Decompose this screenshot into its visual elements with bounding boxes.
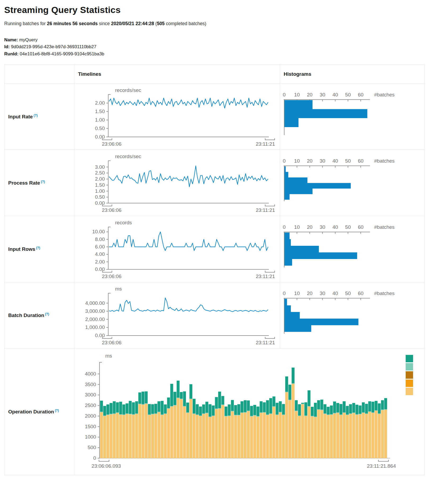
query-name-line: Name: myQuery Id: 9d0dd219-995d-423e-b97… <box>4 37 448 57</box>
svg-text:10: 10 <box>294 158 300 164</box>
operation-chart-cell: ms4000350030002500200015001000500023:06:… <box>74 349 425 475</box>
operation-label-cell: Operation Duration(?) <box>4 349 74 475</box>
timeline-cell: records10.008.006.004.002.000.0023:06:06… <box>74 216 280 282</box>
completed-batches-count: 505 <box>157 21 165 26</box>
svg-text:50: 50 <box>345 92 351 97</box>
svg-text:500: 500 <box>88 445 96 450</box>
svg-text:20: 20 <box>307 158 313 164</box>
running-batches-line: Running batches for 26 minutes 56 second… <box>4 21 448 26</box>
svg-text:records: records <box>115 220 132 225</box>
histogram-chart: 0102030405060#batches <box>280 288 423 343</box>
svg-text:8.00: 8.00 <box>95 236 105 242</box>
light-teal-swatch <box>406 363 413 371</box>
svg-text:23:11:21: 23:11:21 <box>256 340 275 345</box>
svg-text:0: 0 <box>283 92 286 97</box>
svg-text:23:11:21.864: 23:11:21.864 <box>367 463 396 469</box>
metric-label: Input Rows <box>8 246 35 252</box>
metric-label-cell: Input Rows(?) <box>4 216 74 282</box>
svg-text:30: 30 <box>320 92 325 97</box>
metric-label: Input Rate <box>8 114 33 119</box>
svg-text:10: 10 <box>294 291 300 296</box>
svg-text:2.00: 2.00 <box>95 100 105 106</box>
svg-text:0.00: 0.00 <box>95 200 105 206</box>
query-name-value: myQuery <box>19 37 38 42</box>
svg-text:1.00: 1.00 <box>95 117 105 123</box>
page-title: Streaming Query Statistics <box>4 5 448 15</box>
svg-text:10: 10 <box>294 224 300 230</box>
svg-text:3.00: 3.00 <box>95 164 105 169</box>
help-tooltip-icon[interactable]: (?) <box>45 312 49 316</box>
svg-text:23:11:21: 23:11:21 <box>256 274 275 279</box>
timeline-chart: ms4,000.003,000.002,000.001,000.000.0023… <box>74 284 275 347</box>
metric-row-input-rate: Input Rate(?) records/sec2.001.501.000.5… <box>4 84 425 150</box>
svg-text:2.00: 2.00 <box>95 259 105 264</box>
timeline-chart: records10.008.006.004.002.000.0023:06:06… <box>74 217 275 281</box>
svg-text:#batches: #batches <box>374 291 395 296</box>
svg-text:40: 40 <box>332 158 338 164</box>
help-tooltip-icon[interactable]: (?) <box>41 180 45 184</box>
query-name-label: Name: <box>4 37 18 42</box>
operation-duration-row: Operation Duration(?) ms4000350030002500… <box>4 349 425 475</box>
metric-label: Batch Duration <box>8 313 44 318</box>
svg-text:20: 20 <box>307 291 313 296</box>
histogram-chart: 0102030405060#batches <box>280 89 423 145</box>
svg-text:4,000.00: 4,000.00 <box>85 300 105 306</box>
help-tooltip-icon[interactable]: (?) <box>36 246 40 250</box>
svg-text:30: 30 <box>320 291 325 296</box>
svg-text:23:06:06: 23:06:06 <box>102 141 121 147</box>
metric-row-input-rows: Input Rows(?) records10.008.006.004.002.… <box>4 216 425 282</box>
svg-text:23:11:21: 23:11:21 <box>256 141 275 147</box>
svg-text:0.50: 0.50 <box>95 194 105 200</box>
svg-text:0: 0 <box>283 291 286 296</box>
svg-text:60: 60 <box>358 158 364 164</box>
svg-text:6.00: 6.00 <box>95 244 105 249</box>
histograms-header: Histograms <box>280 65 425 84</box>
svg-text:1.50: 1.50 <box>95 182 105 188</box>
svg-text:2.00: 2.00 <box>95 176 105 182</box>
query-id-label: Id: <box>4 44 10 49</box>
running-suffix: completed batches) <box>165 21 206 26</box>
svg-text:2.50: 2.50 <box>95 170 105 176</box>
timeline-chart: records/sec3.002.502.001.501.000.500.002… <box>74 151 275 215</box>
tan-swatch <box>406 388 413 395</box>
svg-text:1,000.00: 1,000.00 <box>85 324 105 330</box>
svg-text:0: 0 <box>283 224 286 230</box>
query-runid-label: RunId: <box>4 51 19 56</box>
dark-gold-swatch <box>406 371 413 379</box>
running-duration: 26 minutes 56 seconds <box>47 21 98 26</box>
svg-text:30: 30 <box>320 158 325 164</box>
timeline-chart: records/sec2.001.501.000.500.0023:06:062… <box>74 85 275 149</box>
operation-duration-chart: ms4000350030002500200015001000500023:06:… <box>74 350 423 474</box>
svg-text:records/sec: records/sec <box>115 87 141 93</box>
running-paren: ( <box>154 21 157 26</box>
running-since: since <box>98 21 111 26</box>
header-blank-cell <box>4 65 74 84</box>
svg-text:2000: 2000 <box>85 413 96 418</box>
svg-text:10: 10 <box>294 92 300 97</box>
svg-text:23:06:06: 23:06:06 <box>102 340 121 345</box>
svg-text:0.50: 0.50 <box>95 126 105 131</box>
svg-text:60: 60 <box>358 291 364 296</box>
svg-text:23:06:06: 23:06:06 <box>102 274 121 279</box>
help-tooltip-icon[interactable]: (?) <box>34 114 38 117</box>
histogram-cell: 0102030405060#batches <box>280 282 425 349</box>
svg-text:0: 0 <box>283 158 286 164</box>
svg-text:1500: 1500 <box>85 423 96 429</box>
histogram-chart: 0102030405060#batches <box>280 221 423 277</box>
svg-text:0.00: 0.00 <box>95 266 105 272</box>
svg-text:40: 40 <box>332 224 338 230</box>
svg-text:30: 30 <box>320 224 325 230</box>
svg-text:ms: ms <box>115 286 122 292</box>
metric-label: Process Rate <box>8 180 40 186</box>
svg-text:records/sec: records/sec <box>115 154 141 159</box>
svg-text:60: 60 <box>358 224 364 230</box>
svg-text:40: 40 <box>332 92 338 97</box>
timelines-header: Timelines <box>74 65 280 84</box>
metric-label-cell: Process Rate(?) <box>4 150 74 216</box>
svg-text:23:11:21: 23:11:21 <box>256 207 275 213</box>
histogram-cell: 0102030405060#batches <box>280 216 425 282</box>
running-start-time: 2020/05/21 22:44:28 <box>111 21 154 26</box>
svg-text:0: 0 <box>93 455 96 461</box>
help-tooltip-icon[interactable]: (?) <box>55 409 59 412</box>
timeline-cell: ms4,000.003,000.002,000.001,000.000.0023… <box>74 282 280 349</box>
